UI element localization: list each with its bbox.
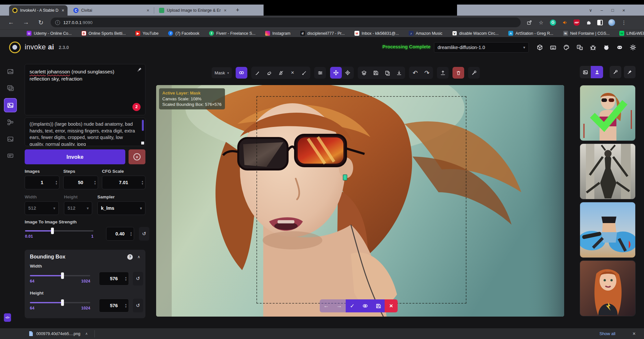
image-to-image-strength-slider[interactable]: 0.01 1 bbox=[25, 230, 93, 232]
download-item[interactable]: 000979.40d74eb5....png ∧ bbox=[29, 331, 88, 336]
tab-invokeai[interactable]: InvokeAI - A Stable Diffusion Too × bbox=[9, 5, 68, 16]
slider-thumb[interactable] bbox=[61, 299, 64, 306]
extensions-puzzle-icon[interactable] bbox=[585, 19, 592, 26]
window-maximize-button[interactable]: □ bbox=[611, 8, 614, 13]
upload-image-button[interactable] bbox=[437, 67, 449, 79]
negative-prompt-input[interactable]: ((implants)) (large boobs) nude bad anat… bbox=[25, 118, 145, 146]
stepper-down-icon[interactable]: ▾ bbox=[94, 182, 96, 185]
report-bug-icon[interactable] bbox=[589, 44, 597, 51]
save-staged-image-button[interactable] bbox=[372, 299, 385, 312]
help-icon[interactable]: ? bbox=[127, 254, 133, 260]
bookmark-item[interactable]: MInbox - klk56831@... bbox=[354, 31, 399, 36]
steps-input[interactable]: 50▴▾ bbox=[63, 176, 98, 189]
cfg-scale-input[interactable]: 7.01▴▾ bbox=[102, 176, 145, 189]
pin-icon[interactable] bbox=[137, 67, 142, 74]
gallery-images-tab[interactable] bbox=[580, 66, 591, 78]
bookmark-item[interactable]: AArtStation - Greg R... bbox=[508, 31, 553, 36]
settings-gear-icon[interactable] bbox=[629, 44, 637, 51]
bookmark-item[interactable]: NNeil Fontaine | CGS... bbox=[563, 31, 610, 36]
tab-civitai[interactable]: C Civitai × bbox=[70, 5, 153, 16]
copy-to-clipboard-button[interactable] bbox=[381, 67, 393, 79]
stepper-down-icon[interactable]: ▾ bbox=[125, 306, 127, 308]
tab-upload-image[interactable]: Upload Image to Enlarge & Enha × bbox=[156, 5, 230, 16]
tab-text-to-image[interactable] bbox=[4, 65, 17, 78]
layer-select[interactable]: Mask▾ bbox=[212, 67, 232, 78]
bookmark-item[interactable]: fFiverr - Freelance S... bbox=[209, 31, 255, 36]
line-tool-button[interactable] bbox=[298, 67, 310, 79]
theme-palette-icon[interactable] bbox=[563, 44, 570, 51]
bookmark-star-icon[interactable]: ☆ bbox=[538, 19, 544, 26]
grammarly-extension-icon[interactable]: G bbox=[550, 19, 556, 26]
slider-thumb[interactable] bbox=[51, 228, 54, 234]
merge-layers-button[interactable] bbox=[358, 67, 370, 79]
bookmark-item[interactable]: Instagram bbox=[265, 31, 291, 36]
gallery-thumbnail-selected[interactable] bbox=[580, 85, 636, 141]
resize-handle[interactable] bbox=[141, 142, 144, 144]
new-tab-button[interactable]: + bbox=[233, 6, 242, 15]
window-close-button[interactable]: × bbox=[622, 7, 625, 13]
move-tool-button[interactable] bbox=[330, 67, 342, 79]
tab-close-icon[interactable]: × bbox=[224, 8, 227, 13]
slider-thumb[interactable] bbox=[61, 272, 64, 279]
tab-unified-canvas[interactable] bbox=[4, 98, 17, 112]
previous-image-button[interactable]: ← bbox=[320, 299, 333, 312]
invoke-button[interactable]: Invoke bbox=[25, 149, 125, 164]
window-minimize-button[interactable]: – bbox=[601, 8, 603, 13]
reset-strength-button[interactable]: ↺ bbox=[139, 227, 149, 241]
next-image-button[interactable]: → bbox=[333, 299, 346, 312]
bounding-box-height-input[interactable]: 576▴▾ bbox=[99, 299, 129, 312]
gallery-thumbnail[interactable] bbox=[580, 202, 636, 258]
browser-menu-icon[interactable]: ⋮ bbox=[621, 19, 627, 26]
discard-image-button[interactable]: × bbox=[385, 299, 398, 312]
tab-search-icon[interactable]: ∨ bbox=[589, 8, 592, 13]
width-select[interactable]: 512▾ bbox=[25, 201, 59, 215]
tab-training[interactable] bbox=[4, 149, 17, 162]
height-select[interactable]: 512▾ bbox=[64, 201, 92, 215]
profile-avatar[interactable] bbox=[608, 19, 615, 26]
gallery-thumbnail[interactable] bbox=[580, 260, 636, 316]
collapse-chevron-icon[interactable]: ∧ bbox=[137, 255, 140, 259]
prompt-input[interactable]: scarlett johansson (round sunglasses) re… bbox=[25, 64, 145, 115]
tab-close-icon[interactable]: × bbox=[62, 8, 64, 13]
model-manager-icon[interactable] bbox=[536, 44, 543, 51]
stepper-down-icon[interactable]: ▾ bbox=[130, 234, 132, 236]
bookmark-item[interactable]: ddiscipleneil777 - Pr... bbox=[300, 31, 345, 36]
adblock-extension-icon[interactable]: ABP bbox=[574, 19, 580, 26]
bookmarks-overflow-chevron[interactable]: » bbox=[635, 31, 637, 36]
tab-nodes[interactable] bbox=[4, 116, 17, 129]
bookmark-item[interactable]: UUdemy - Online Co... bbox=[27, 31, 72, 36]
model-select[interactable]: dreamlike-diffusion-1.0 ▾ bbox=[434, 42, 529, 53]
undo-button[interactable]: ↶ bbox=[409, 67, 421, 79]
address-bar[interactable]: i 127.0.0.1:9090 bbox=[51, 18, 521, 27]
download-menu-caret[interactable]: ∧ bbox=[85, 332, 88, 336]
stepper-down-icon[interactable]: ▾ bbox=[142, 182, 143, 185]
bookmark-item[interactable]: ♪Amazon Music bbox=[409, 31, 442, 36]
eraser-tool-button[interactable] bbox=[263, 67, 275, 79]
bookmark-item[interactable]: ▶YouTube bbox=[135, 31, 158, 36]
gallery-user-tab[interactable] bbox=[591, 66, 603, 78]
clear-mask-button[interactable]: × bbox=[287, 67, 298, 79]
bookmark-item[interactable]: f(7) Facebook bbox=[168, 31, 199, 36]
stepper-down-icon[interactable]: ▾ bbox=[56, 182, 57, 185]
github-icon[interactable] bbox=[603, 44, 610, 51]
close-download-bar-icon[interactable]: × bbox=[633, 331, 636, 337]
bounding-box-selection[interactable] bbox=[256, 96, 466, 304]
scrollbar-thumb[interactable] bbox=[142, 120, 144, 131]
brush-tool-button[interactable] bbox=[252, 67, 263, 79]
fill-tool-button[interactable] bbox=[275, 67, 287, 79]
canvas-options-button[interactable] bbox=[314, 67, 326, 79]
gallery-pin-button[interactable] bbox=[624, 66, 636, 78]
gallery-thumbnail[interactable] bbox=[580, 144, 636, 199]
bookmark-item[interactable]: WLINE WEBTOON - G... bbox=[619, 31, 644, 36]
sidebar-extension-icon[interactable] bbox=[597, 20, 603, 25]
speaker-extension-icon[interactable] bbox=[562, 19, 568, 26]
gallery-settings-button[interactable] bbox=[610, 66, 621, 78]
redo-button[interactable]: ↷ bbox=[421, 67, 433, 79]
reset-view-button[interactable] bbox=[342, 67, 353, 79]
language-icon[interactable]: Aa bbox=[576, 44, 583, 51]
hotkeys-icon[interactable] bbox=[550, 44, 557, 51]
tab-image-to-image[interactable] bbox=[4, 82, 17, 94]
bookmark-item[interactable]: BOnline Sports Betti... bbox=[81, 31, 126, 36]
site-info-icon[interactable]: i bbox=[55, 20, 60, 25]
mask-options-button[interactable] bbox=[236, 67, 247, 79]
